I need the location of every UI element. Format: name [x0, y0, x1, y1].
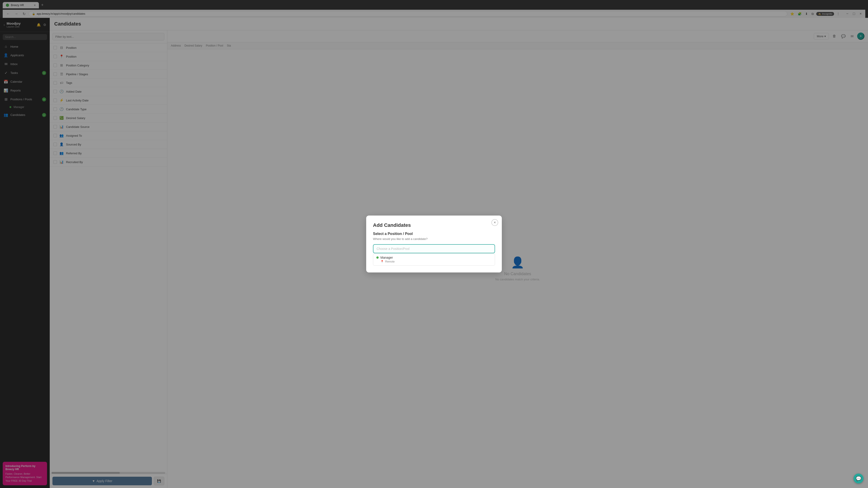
- chat-icon: 💬: [856, 476, 862, 481]
- dropdown-item-manager[interactable]: Manager 📍 Remote: [373, 254, 495, 265]
- add-candidates-modal: × Add Candidates Select a Position / Poo…: [366, 216, 502, 272]
- modal-description: Where would you like to add a candidate?: [373, 237, 495, 240]
- dropdown-item-manager-location: 📍 Remote: [376, 260, 492, 263]
- manager-name-label: Manager: [380, 256, 393, 259]
- position-pool-dropdown: Manager 📍 Remote: [373, 253, 495, 266]
- chat-button[interactable]: 💬: [854, 474, 864, 484]
- location-icon: 📍: [380, 260, 384, 263]
- modal-subtitle: Select a Position / Pool: [373, 232, 495, 236]
- position-pool-search-input[interactable]: [373, 244, 495, 253]
- dropdown-item-manager-name: Manager: [376, 256, 492, 259]
- manager-status-dot: [376, 256, 379, 259]
- modal-close-button[interactable]: ×: [491, 219, 498, 226]
- modal-title: Add Candidates: [373, 222, 495, 228]
- modal-overlay[interactable]: × Add Candidates Select a Position / Poo…: [0, 0, 868, 488]
- manager-location-label: Remote: [385, 260, 395, 263]
